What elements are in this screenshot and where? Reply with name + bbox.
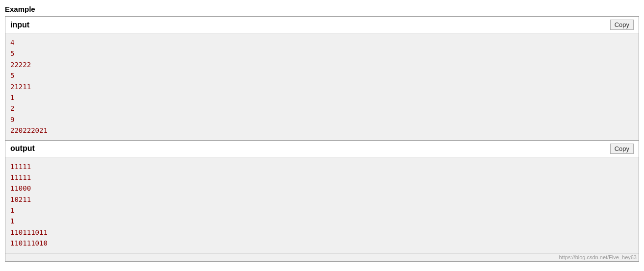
output-copy-button[interactable]: Copy [610,144,634,154]
list-item: 11111 [10,161,634,172]
list-item: 21211 [10,81,634,92]
list-item: 1 [10,92,634,103]
list-item: 9 [10,114,634,125]
output-section-header: output Copy [5,141,639,157]
list-item: 5 [10,70,634,81]
list-item: 5 [10,48,634,59]
list-item: 1 [10,216,634,226]
example-container: input Copy 4522222521211129220222021 out… [5,16,639,262]
list-item: 11111 [10,172,634,183]
list-item: 4 [10,37,634,48]
list-item: 1 [10,205,634,216]
input-section-header: input Copy [5,17,639,33]
list-item: 220222021 [10,125,634,136]
list-item: 11000 [10,183,634,194]
output-section-title: output [10,144,35,153]
list-item: 110111011 [10,227,634,238]
watermark: https://blog.csdn.net/Five_hey63 [5,253,639,261]
list-item: 22222 [10,59,634,70]
input-section: input Copy 4522222521211129220222021 [5,17,639,141]
input-section-title: input [10,21,29,29]
page-title: Example [5,5,639,13]
input-copy-button[interactable]: Copy [610,20,634,30]
output-section: output Copy 1111111111110001021111110111… [5,141,639,253]
output-section-content: 1111111111110001021111110111011110111010 [5,157,639,253]
list-item: 10211 [10,194,634,205]
list-item: 2 [10,103,634,114]
input-section-content: 4522222521211129220222021 [5,33,639,140]
list-item: 110111010 [10,238,634,248]
